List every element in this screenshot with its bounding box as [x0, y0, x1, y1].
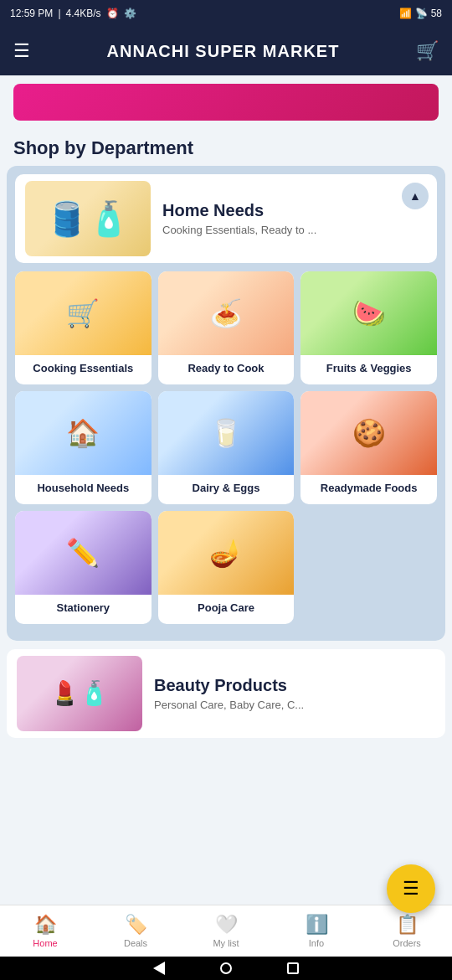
hamburger-menu-button[interactable]: ☰	[13, 40, 30, 62]
category-image-stationery: ✏️	[15, 511, 152, 595]
category-label-readymade-foods: Readymade Foods	[317, 475, 421, 504]
nav-item-home[interactable]: 🏠Home	[0, 914, 90, 948]
beauty-products-subtitle: Personal Care, Baby Care, C...	[154, 699, 435, 711]
menu-fab-icon: ☰	[403, 878, 419, 900]
nav-icon-my-list: 🤍	[215, 914, 238, 936]
android-home-button[interactable]	[218, 960, 234, 977]
network-speed-value: 4.4KB/s	[66, 8, 101, 19]
network-speed: |	[58, 8, 60, 19]
category-image-readymade-foods: 🍪	[300, 391, 437, 475]
category-label-ready-to-cook: Ready to Cook	[184, 355, 267, 384]
category-card-readymade-foods[interactable]: 🍪Readymade Foods	[300, 391, 437, 504]
settings-icon: ⚙️	[124, 8, 136, 19]
home-needs-title: Home Needs	[162, 201, 427, 220]
category-label-pooja-care: Pooja Care	[194, 595, 258, 624]
nav-label-deals: Deals	[124, 938, 147, 948]
nav-item-deals[interactable]: 🏷️Deals	[90, 914, 181, 948]
beauty-products-image: 💄🧴	[17, 656, 142, 731]
status-left: 12:59 PM | 4.4KB/s ⏰ ⚙️	[10, 8, 136, 19]
top-nav: ☰ ANNACHI SUPER MARKET 🛒	[0, 27, 452, 75]
main-content: Shop by Department 🛢️🧴 Home Needs Cookin…	[0, 84, 452, 830]
category-label-stationery: Stationery	[54, 595, 114, 624]
signal-icon: 📡	[415, 8, 428, 19]
department-container: 🛢️🧴 Home Needs Cooking Essentials, Ready…	[7, 166, 445, 641]
home-needs-card[interactable]: 🛢️🧴 Home Needs Cooking Essentials, Ready…	[15, 174, 437, 263]
promo-banner[interactable]	[13, 84, 439, 121]
wifi-icon: 📶	[399, 8, 412, 19]
fab-menu-button[interactable]: ☰	[387, 864, 435, 913]
cart-button[interactable]: 🛒	[416, 40, 439, 62]
beauty-products-info: Beauty Products Personal Care, Baby Care…	[142, 676, 435, 711]
nav-label-info: Info	[309, 938, 324, 948]
category-label-dairy-eggs: Dairy & Eggs	[189, 475, 264, 504]
category-card-dairy-eggs[interactable]: 🥛Dairy & Eggs	[158, 391, 295, 504]
time-display: 12:59 PM	[10, 8, 53, 19]
category-card-ready-to-cook[interactable]: 🍝Ready to Cook	[158, 271, 295, 384]
status-right: 📶 📡 58	[399, 8, 442, 19]
home-needs-img-placeholder: 🛢️🧴	[25, 181, 151, 256]
category-card-household-needs[interactable]: 🏠Household Needs	[15, 391, 152, 504]
beauty-products-card[interactable]: 💄🧴 Beauty Products Personal Care, Baby C…	[7, 649, 445, 738]
home-needs-chevron-button[interactable]: ▲	[402, 183, 429, 209]
status-bar: 12:59 PM | 4.4KB/s ⏰ ⚙️ 📶 📡 58	[0, 0, 452, 27]
nav-icon-deals: 🏷️	[125, 914, 147, 936]
battery-display: 58	[431, 8, 442, 19]
category-label-household-needs: Household Needs	[33, 475, 132, 504]
category-image-fruits-veggies: 🍉	[300, 271, 437, 355]
category-card-fruits-veggies[interactable]: 🍉Fruits & Veggies	[300, 271, 437, 384]
category-image-cooking-essentials: 🛒	[15, 271, 152, 355]
android-back-button[interactable]	[151, 960, 167, 977]
category-image-ready-to-cook: 🍝	[158, 271, 295, 355]
category-image-household-needs: 🏠	[15, 391, 152, 475]
nav-icon-home: 🏠	[34, 914, 57, 936]
beauty-section: 💄🧴 Beauty Products Personal Care, Baby C…	[7, 649, 445, 738]
section-title: Shop by Department	[0, 127, 452, 166]
nav-item-my-list[interactable]: 🤍My list	[181, 914, 271, 948]
nav-label-my-list: My list	[213, 938, 239, 948]
category-grid: 🛒Cooking Essentials🍝Ready to Cook🍉Fruits…	[15, 271, 437, 624]
android-nav-bar	[0, 957, 452, 980]
nav-item-info[interactable]: ℹ️Info	[271, 914, 362, 948]
nav-label-orders: Orders	[393, 938, 421, 948]
category-label-fruits-veggies: Fruits & Veggies	[323, 355, 415, 384]
category-card-pooja-care[interactable]: 🪔Pooja Care	[158, 511, 295, 624]
bottom-nav: 🏠Home🏷️Deals🤍My listℹ️Info📋Orders	[0, 905, 452, 957]
home-needs-subtitle: Cooking Essentials, Ready to ...	[162, 224, 427, 236]
category-card-stationery[interactable]: ✏️Stationery	[15, 511, 152, 624]
app-title: ANNACHI SUPER MARKET	[107, 42, 340, 61]
home-needs-image: 🛢️🧴	[25, 181, 151, 256]
category-card-cooking-essentials[interactable]: 🛒Cooking Essentials	[15, 271, 152, 384]
nav-icon-info: ℹ️	[306, 914, 328, 936]
android-recents-button[interactable]	[285, 960, 301, 977]
nav-label-home: Home	[33, 938, 57, 948]
category-image-dairy-eggs: 🥛	[158, 391, 295, 475]
nav-icon-orders: 📋	[396, 914, 419, 936]
category-image-pooja-care: 🪔	[158, 511, 295, 595]
alarm-icon: ⏰	[106, 8, 119, 19]
beauty-products-title: Beauty Products	[154, 676, 435, 695]
category-label-cooking-essentials: Cooking Essentials	[29, 355, 136, 384]
home-needs-info: Home Needs Cooking Essentials, Ready to …	[151, 201, 427, 236]
nav-item-orders[interactable]: 📋Orders	[362, 914, 452, 948]
